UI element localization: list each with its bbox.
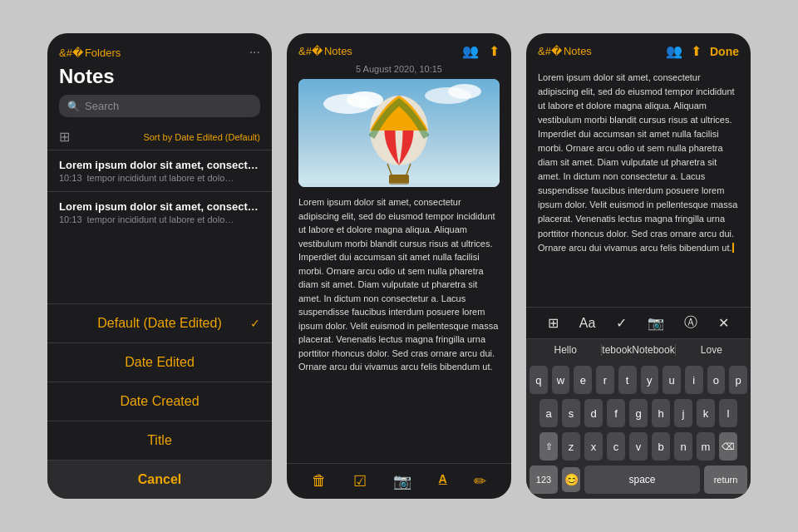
svg-point-4 (448, 84, 481, 99)
autocorrect-word-1[interactable]: Hello (530, 344, 602, 356)
notes-back-button-s3[interactable]: &#� Notes (538, 45, 592, 57)
key-o[interactable]: o (707, 366, 726, 394)
collaborate-icon-s3[interactable]: 👥 (666, 43, 682, 59)
sort-menu: Default (Date Edited) ✓ Date Edited Date… (47, 303, 272, 499)
key-d[interactable]: d (584, 399, 603, 427)
key-t[interactable]: t (618, 366, 637, 394)
text-cursor: . (730, 243, 734, 253)
keyboard-row-2: a s d f g h j k l (530, 399, 747, 427)
note-title-1: Lorem ipsum dolor sit amet, consectetur … (59, 159, 260, 171)
autocorrect-bar: Hello tebookNotebook Love (526, 338, 751, 361)
key-a[interactable]: a (539, 399, 558, 427)
key-x[interactable]: x (584, 432, 603, 461)
sort-default-option[interactable]: Default (Date Edited) ✓ (47, 303, 272, 342)
checklist-format-icon[interactable]: ✓ (616, 315, 627, 331)
share-icon-s3[interactable]: ⬆ (691, 43, 702, 59)
key-f[interactable]: f (607, 399, 625, 427)
key-r[interactable]: r (596, 366, 614, 394)
key-h[interactable]: h (652, 399, 670, 427)
screen2-header: &#� Notes 👥 ⬆ (287, 33, 511, 64)
key-e[interactable]: e (574, 366, 592, 394)
note-time-1: 10:13 (59, 173, 82, 183)
note-title-2: Lorem ipsum dolor sit amet, consectetur … (59, 200, 260, 213)
keyboard-row-4: 123 😊 space return (530, 466, 747, 494)
checklist-icon[interactable]: ☑ (353, 472, 367, 490)
note-preview-1: tempor incididunt ut labore et dolore ma… (87, 173, 237, 183)
share-icon-s2[interactable]: ⬆ (489, 43, 500, 59)
autocorrect-word-2[interactable]: tebookNotebook (602, 344, 675, 356)
sort-by-label[interactable]: Sort by Date Edited (Default) (143, 132, 260, 142)
key-u[interactable]: u (663, 366, 681, 394)
notes-label-s2: Notes (324, 45, 352, 57)
camera-format-icon[interactable]: 📷 (648, 315, 664, 331)
note-meta-1: 10:13 tempor incididunt ut labore et dol… (59, 173, 260, 183)
keyboard: q w e r t y u i o p a s d f g h j k l (526, 361, 751, 499)
note-date: 5 August 2020, 10:15 (287, 64, 511, 79)
text-format-icon[interactable]: Aa (579, 316, 596, 331)
key-j[interactable]: j (674, 399, 692, 427)
screen1-header: &#� Folders ··· (47, 33, 272, 65)
key-s[interactable]: s (562, 399, 580, 427)
note-body: Lorem ipsum dolor sit amet, consectetur … (287, 195, 511, 463)
trash-icon[interactable]: 🗑 (312, 472, 327, 490)
note-image (298, 79, 500, 187)
cancel-button[interactable]: Cancel (47, 460, 272, 499)
number-key[interactable]: 123 (530, 466, 558, 494)
chevron-left-icon-s3: &#� (538, 45, 562, 57)
note-item-1[interactable]: Lorem ipsum dolor sit amet, consectetur … (47, 150, 272, 191)
svg-rect-9 (298, 183, 500, 187)
key-q[interactable]: q (530, 366, 548, 394)
s2-action-icons: 👥 ⬆ (462, 43, 500, 59)
note-time-2: 10:13 (59, 214, 82, 224)
screen-2-note-view: &#� Notes 👥 ⬆ 5 August 2020, 10:15 (287, 33, 511, 499)
markup-icon[interactable]: A (439, 472, 447, 490)
note-item-2[interactable]: Lorem ipsum dolor sit amet, consectetur … (47, 191, 272, 233)
collaborate-icon-s2[interactable]: 👥 (462, 43, 479, 59)
key-n[interactable]: n (674, 432, 692, 461)
key-y[interactable]: y (641, 366, 659, 394)
key-p[interactable]: p (729, 366, 747, 394)
key-k[interactable]: k (697, 399, 715, 427)
shift-key[interactable]: ⇧ (539, 432, 558, 461)
format-bar-close-icon[interactable]: ✕ (718, 315, 729, 331)
sort-title-option[interactable]: Title (47, 421, 272, 460)
note-edit-body[interactable]: Lorem ipsum dolor sit amet, consectetur … (526, 64, 751, 307)
key-c[interactable]: c (607, 432, 625, 461)
grid-icon[interactable]: ⊞ (59, 129, 70, 145)
s3-action-icons: 👥 ⬆ Done (666, 43, 739, 59)
key-i[interactable]: i (685, 366, 703, 394)
format-toolbar: ⊞ Aa ✓ 📷 Ⓐ ✕ (526, 307, 751, 338)
key-m[interactable]: m (697, 432, 715, 461)
key-b[interactable]: b (652, 432, 670, 461)
search-icon: 🔍 (67, 101, 80, 112)
done-button[interactable]: Done (710, 45, 739, 58)
table-icon[interactable]: ⊞ (548, 315, 559, 331)
notes-label-s3: Notes (564, 45, 592, 57)
search-bar[interactable]: 🔍 Search (59, 95, 260, 117)
note-body-text: Lorem ipsum dolor sit amet, consectetur … (298, 195, 500, 374)
key-l[interactable]: l (719, 399, 737, 427)
sort-date-created-option[interactable]: Date Created (47, 382, 272, 421)
camera-icon[interactable]: 📷 (393, 472, 411, 490)
screen-3-note-edit: &#� Notes 👥 ⬆ Done Lorem ipsum dolor sit… (526, 33, 751, 499)
key-g[interactable]: g (629, 399, 648, 427)
return-key[interactable]: return (704, 466, 747, 494)
emoji-key[interactable]: 😊 (562, 467, 580, 492)
screens-wrapper: &#� Folders ··· Notes 🔍 Search ⊞ Sort by… (47, 33, 751, 499)
markup-format-icon[interactable]: Ⓐ (684, 314, 697, 332)
notes-back-button-s2[interactable]: &#� Notes (298, 45, 352, 57)
folders-back-button[interactable]: &#� Folders (59, 47, 121, 59)
screen-1-notes-list: &#� Folders ··· Notes 🔍 Search ⊞ Sort by… (47, 33, 272, 499)
screen3-header: &#� Notes 👥 ⬆ Done (526, 33, 751, 64)
key-w[interactable]: w (552, 366, 570, 394)
key-z[interactable]: z (562, 432, 580, 461)
svg-point-2 (347, 91, 383, 108)
delete-key[interactable]: ⌫ (719, 432, 737, 461)
sort-date-edited-option[interactable]: Date Edited (47, 342, 272, 382)
compose-icon[interactable]: ✏ (474, 472, 486, 490)
key-v[interactable]: v (629, 432, 648, 461)
autocorrect-word-3[interactable]: Love (676, 344, 747, 356)
more-options-icon[interactable]: ··· (249, 45, 260, 60)
keyboard-row-1: q w e r t y u i o p (530, 366, 747, 394)
space-key[interactable]: space (584, 466, 700, 494)
